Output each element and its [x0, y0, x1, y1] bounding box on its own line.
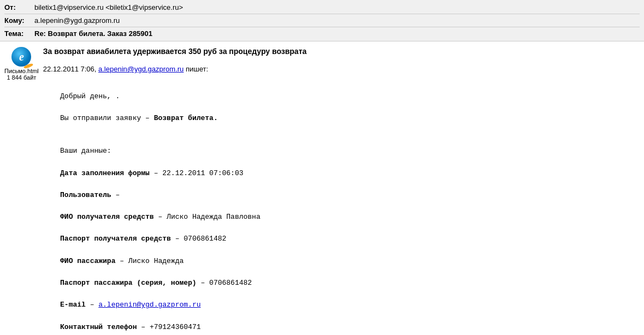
subject-value: Re: Возврат билета. Заказ 285901 [34, 29, 152, 38]
field-date-sep: – [150, 169, 162, 177]
field-email-link[interactable]: a.lepenin@ygd.gazprom.ru [98, 301, 200, 309]
field-fio-pass-val: Лиско Надежда [128, 257, 184, 265]
field-passport-label: Паспорт пассажира (серия, номер) [43, 279, 197, 287]
date-line: 22.12.2011 7:06, a.lepenin@ygd.gazprom.r… [43, 64, 640, 75]
your-data-label: Ваши данные: [43, 147, 111, 155]
field-fio-recv-sep: – [154, 213, 167, 221]
field-email-sep: – [86, 301, 98, 309]
email-filename: Письмо.html [4, 68, 39, 74]
field-fio-pass-sep: – [115, 257, 128, 265]
request-line: Вы отправили заявку – [43, 114, 154, 122]
email-header: От: biletix1@vipservice.ru <biletix1@vip… [0, 0, 644, 41]
field-fio-recv-label: ФИО получателя средств [43, 213, 154, 221]
greeting-line: Добрый день, . [43, 92, 120, 100]
field-fio-recv-val: Лиско Надежда Павловна [167, 213, 261, 221]
email-icon: e [10, 46, 32, 68]
email-window: От: biletix1@vipservice.ru <biletix1@vip… [0, 0, 644, 335]
field-phone-label: Контактный телефон [43, 323, 137, 331]
email-body-text: Добрый день, . Вы отправили заявку – Воз… [43, 80, 640, 336]
field-user-sep: – [111, 191, 120, 199]
field-pass-recv-sep: – [171, 235, 184, 243]
field-fio-pass-label: ФИО пассажира [43, 257, 116, 265]
subject-row: Тема: Re: Возврат билета. Заказ 285901 [4, 28, 640, 39]
email-content: За возврат авиабилета удерживается 350 р… [43, 46, 640, 335]
date-suffix: пишет: [184, 65, 208, 73]
field-passport-sep: – [197, 279, 209, 287]
from-label: От: [4, 3, 34, 11]
field-date-label: Дата заполнения формы [43, 169, 150, 177]
request-bold: Возврат билета. [154, 114, 218, 122]
field-passport-val: 0706861482 [209, 279, 252, 287]
to-label: Кому: [4, 16, 34, 25]
email-filesize: 1 844 байт [7, 74, 36, 81]
email-sidebar: e Письмо.html 1 844 байт [4, 46, 43, 335]
date-prefix: 22.12.2011 7:06, [43, 65, 98, 73]
email-banner: За возврат авиабилета удерживается 350 р… [43, 46, 640, 57]
sender-email-link[interactable]: a.lepenin@ygd.gazprom.ru [98, 65, 184, 73]
from-value: biletix1@vipservice.ru <biletix1@vipserv… [34, 3, 183, 11]
subject-label: Тема: [4, 29, 34, 38]
to-row: Кому: a.lepenin@ygd.gazprom.ru [4, 15, 640, 26]
field-email-label: E-mail [43, 301, 86, 309]
field-phone-sep: – [137, 323, 149, 331]
field-date-val: 22.12.2011 07:06:03 [162, 169, 243, 177]
to-value: a.lepenin@ygd.gazprom.ru [34, 16, 120, 25]
field-phone-val: +79124360471 [150, 323, 201, 331]
from-row: От: biletix1@vipservice.ru <biletix1@vip… [4, 2, 640, 13]
field-pass-recv-label: Паспорт получателя средств [43, 235, 171, 243]
email-body-wrapper: e Письмо.html 1 844 байт За возврат авиа… [0, 41, 644, 335]
field-pass-recv-val: 0706861482 [184, 235, 226, 243]
field-user-label: Пользователь [43, 191, 111, 199]
